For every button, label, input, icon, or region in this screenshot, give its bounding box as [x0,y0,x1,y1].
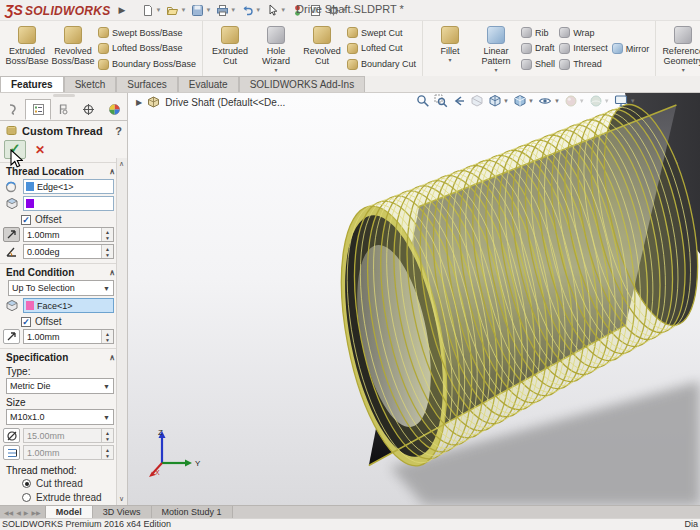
swept-boss-base-button[interactable]: Swept Boss/Base [98,27,196,38]
configurationmanager-tab[interactable] [51,99,76,120]
intersect-button[interactable]: Intersect [559,43,608,54]
edge-selection-box[interactable]: Edge<1> [23,179,114,194]
feature-tree-root-label[interactable]: Drive Shaft (Default<<De... [165,97,285,108]
new-document-button[interactable]: ▼ [139,3,163,18]
cut-thread-option[interactable]: Cut thread [0,476,127,490]
offset-angle-input[interactable]: 0.00deg ▲▼ [23,244,114,259]
menu-flyout-arrow[interactable]: ▶ [119,5,126,15]
help-button[interactable]: ? [115,125,122,137]
tab-evaluate[interactable]: Evaluate [178,76,239,92]
section-specification[interactable]: Specification ∧ [0,349,127,364]
linear-pattern-button[interactable]: Linear Pattern ▾ [473,23,519,74]
spinner-arrows[interactable]: ▲▼ [101,245,113,258]
scroll-down-icon[interactable]: ∨ [119,495,124,503]
start-face-selection-box[interactable] [23,196,114,211]
dropdown-caret[interactable]: ▼ [255,7,261,13]
view-settings-button[interactable]: ▼ [614,94,636,108]
featuremanager-tree-tab[interactable] [0,99,25,120]
end-condition-dropdown[interactable]: Up To Selection ▼ [8,280,114,296]
zoom-area-button[interactable] [434,94,448,108]
extrude-thread-option[interactable]: Extrude thread [0,490,127,504]
revolved-boss-base-button[interactable]: Revolved Boss/Base [50,23,96,74]
panel-scrollbar[interactable]: ∧ ∨ [116,158,127,505]
print-button[interactable]: ▼ [214,3,238,18]
zoom-fit-button[interactable] [416,94,430,108]
tab-sketch[interactable]: Sketch [64,76,117,92]
dropdown-caret[interactable]: ▼ [180,7,186,13]
end-face-selection-box[interactable]: Face<1> [23,298,114,313]
hide-show-items-button[interactable]: ▼ [538,94,560,108]
drive-shaft-model[interactable] [128,93,700,505]
mirror-button[interactable]: Mirror [612,43,650,54]
shell-button[interactable]: Shell [521,59,555,70]
end-offset-distance-input[interactable]: 1.00mm ▲▼ [23,329,114,344]
dropdown-caret[interactable]: ▾ [495,67,498,74]
first-tab-button[interactable]: ◀◀ [3,509,14,516]
extrude-thread-radio[interactable] [22,493,31,502]
wrap-button[interactable]: Wrap [559,27,608,38]
dropdown-caret[interactable]: ▼ [528,98,534,104]
dropdown-caret[interactable]: ▼ [205,7,211,13]
boundary-boss-base-button[interactable]: Boundary Boss/Base [98,59,196,70]
tab-3d-views[interactable]: 3D Views [93,506,152,518]
thread-type-dropdown[interactable]: Metric Die ▼ [6,378,114,394]
expand-arrow-icon[interactable]: ▶ [136,98,142,107]
lofted-boss-base-button[interactable]: Lofted Boss/Base [98,43,196,54]
feature-tree-flyout[interactable]: ▶ Drive Shaft (Default<<De... [136,96,285,108]
dropdown-caret[interactable]: ▼ [230,7,236,13]
dropdown-caret[interactable]: ▾ [449,57,452,64]
offset-distance-icon[interactable] [3,329,20,344]
fillet-button[interactable]: Fillet ▾ [427,23,473,74]
graphics-viewport[interactable]: ▶ Drive Shaft (Default<<De... ▼ ▼ ▼ ▼ ▼ … [128,93,700,505]
thread-size-dropdown[interactable]: M10x1.0 ▼ [6,409,114,425]
section-end-condition[interactable]: End Condition ∧ [0,264,127,279]
spinner-arrows[interactable]: ▲▼ [101,330,113,343]
select-button[interactable]: ▼ [264,3,288,18]
dropdown-caret[interactable]: ▼ [503,98,509,104]
open-button[interactable]: ▼ [164,3,188,18]
tab-solidworks-add-ins[interactable]: SOLIDWORKS Add-Ins [239,76,365,92]
tab-motion-study-1[interactable]: Motion Study 1 [152,506,233,518]
display-style-button[interactable]: ▼ [513,94,534,108]
cut-thread-radio[interactable] [22,479,31,488]
section-view-button[interactable] [470,94,484,108]
dropdown-caret[interactable]: ▼ [155,7,161,13]
dropdown-caret[interactable]: ▾ [275,67,278,74]
scroll-up-icon[interactable]: ∧ [119,160,124,168]
extruded-cut-button[interactable]: Extruded Cut [207,23,253,74]
dropdown-caret[interactable]: ▾ [682,67,685,74]
dimxpertmanager-tab[interactable] [76,99,101,120]
dropdown-caret[interactable]: ▼ [554,98,560,104]
view-orientation-button[interactable]: ▼ [488,94,509,108]
edit-appearance-button[interactable]: ▼ [564,94,585,108]
tab-model[interactable]: Model [46,506,93,518]
spinner-arrows[interactable]: ▲▼ [101,228,113,241]
dropdown-caret[interactable]: ▼ [630,98,636,104]
offset-distance-input[interactable]: 1.00mm ▲▼ [23,227,114,242]
apply-scene-button[interactable]: ▼ [589,94,610,108]
lofted-cut-button[interactable]: Lofted Cut [347,43,416,54]
collapse-chevron-icon[interactable]: ∧ [109,268,115,277]
previous-view-button[interactable] [452,94,466,108]
last-tab-button[interactable]: ▶▶ [30,509,41,516]
save-button[interactable]: ▼ [189,3,213,18]
offset-checkbox[interactable]: ✓ [21,215,31,225]
hole-wizard-button[interactable]: Hole Wizard ▾ [253,23,299,74]
displaymanager-tab[interactable] [102,99,127,120]
dropdown-caret[interactable]: ▼ [579,98,585,104]
offset-distance-icon[interactable] [3,227,20,242]
collapse-chevron-icon[interactable]: ∧ [109,167,115,176]
next-tab-button[interactable]: ▶ [23,509,30,516]
offset-checkbox[interactable]: ✓ [21,317,31,327]
prev-tab-button[interactable]: ◀ [15,509,22,516]
tab-surfaces[interactable]: Surfaces [116,76,177,92]
tab-features[interactable]: Features [0,76,64,92]
revolved-cut-button[interactable]: Revolved Cut [299,23,345,74]
dropdown-caret[interactable]: ▼ [604,98,610,104]
thread-button[interactable]: Thread [559,59,608,70]
extruded-boss-base-button[interactable]: Extruded Boss/Base [4,23,50,74]
rib-button[interactable]: Rib [521,27,555,38]
reference-geometry-button[interactable]: Reference Geometry ▾ [660,23,700,74]
collapse-chevron-icon[interactable]: ∧ [109,353,115,362]
undo-button[interactable]: ▼ [239,3,263,18]
